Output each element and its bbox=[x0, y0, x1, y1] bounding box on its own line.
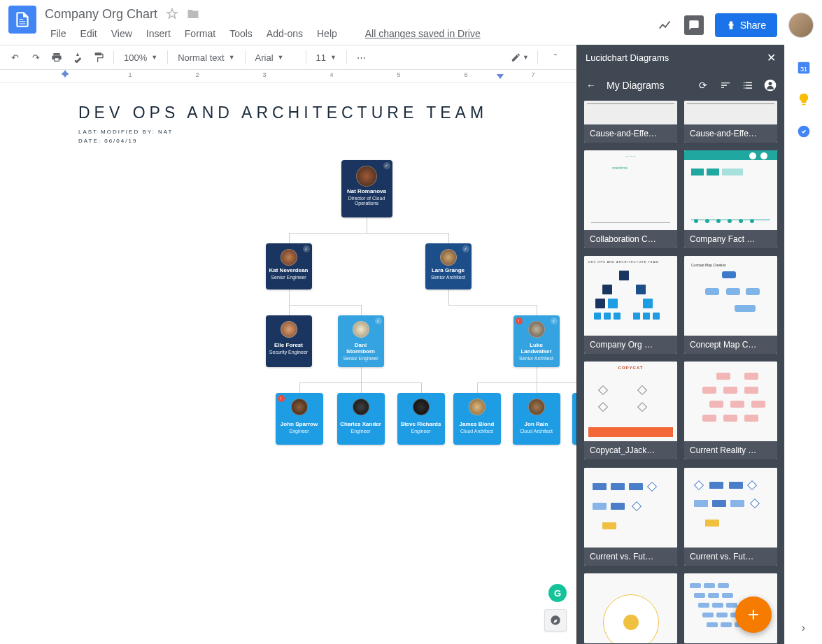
grammarly-icon[interactable]: G bbox=[548, 584, 567, 602]
edit-mode-icon[interactable]: ▼ bbox=[511, 48, 529, 66]
chevron-right-icon[interactable]: › bbox=[802, 622, 805, 634]
diagram-thumb bbox=[684, 468, 777, 548]
calendar-icon[interactable]: 31 bbox=[795, 59, 812, 76]
keep-icon[interactable] bbox=[795, 91, 812, 108]
diagram-tile[interactable]: Cause-and-Effe… bbox=[584, 101, 677, 143]
org-node: James Blond Cloud Architect bbox=[453, 393, 501, 445]
menu-file[interactable]: File bbox=[45, 25, 72, 42]
org-node: Charles Xander Engineer bbox=[337, 393, 385, 445]
docs-app-icon[interactable] bbox=[8, 6, 36, 34]
save-status[interactable]: All changes saved in Drive bbox=[360, 25, 486, 42]
zoom-dropdown[interactable]: 100%▼ bbox=[120, 50, 162, 66]
org-node: Steve Richards Engineer bbox=[397, 393, 445, 445]
share-button[interactable]: Share bbox=[715, 13, 777, 37]
refresh-icon[interactable]: ⟳ bbox=[696, 78, 710, 92]
activity-icon[interactable] bbox=[658, 17, 673, 33]
org-node: ! John Sparrow Engineer bbox=[276, 393, 323, 445]
lucid-section: My Diagrams bbox=[607, 80, 664, 91]
diagram-thumb bbox=[684, 150, 777, 230]
lucidchart-panel: Lucidchart Diagrams ✕ ← My Diagrams ⟳ Ca… bbox=[576, 45, 784, 644]
close-icon[interactable]: ✕ bbox=[767, 51, 776, 64]
diagram-thumb bbox=[684, 101, 777, 124]
diagram-thumb: Concept Map Creation bbox=[684, 256, 777, 336]
style-dropdown[interactable]: Normal text▼ bbox=[173, 50, 239, 66]
diagram-tile[interactable]: Company Fact … bbox=[684, 150, 777, 248]
spellcheck-icon[interactable] bbox=[69, 48, 87, 66]
menu-addons[interactable]: Add-ons bbox=[261, 25, 309, 42]
paint-format-icon[interactable] bbox=[90, 48, 108, 66]
diagram-tile[interactable]: Current vs. Fut… bbox=[684, 468, 777, 566]
diagram-thumb bbox=[584, 573, 677, 643]
org-chart: ✓ Nat Romanova Director of Cloud Operati… bbox=[201, 160, 621, 461]
diagram-tile[interactable]: Cause-and-Effe… bbox=[684, 101, 777, 143]
menu-format[interactable]: Format bbox=[179, 25, 221, 42]
org-node: ✓ Kat Neverdean Senior Engineer bbox=[266, 243, 312, 289]
folder-icon[interactable] bbox=[187, 8, 199, 20]
tasks-icon[interactable] bbox=[795, 123, 812, 140]
org-node: Elle Forest Security Engineer bbox=[266, 315, 312, 367]
diagram-thumb: DEV OPS AND ARCHITECTURE TEAM bbox=[584, 256, 677, 336]
list-icon[interactable] bbox=[741, 78, 755, 92]
diagram-thumb bbox=[684, 362, 777, 441]
user-avatar[interactable] bbox=[788, 13, 814, 38]
diagram-tile[interactable]: • • • • • • cramfirms Collaboration C… bbox=[584, 150, 677, 248]
back-icon[interactable]: ← bbox=[584, 78, 598, 92]
org-node: Jon Rain Cloud Architect bbox=[513, 393, 560, 445]
menu-bar: File Edit View Insert Format Tools Add-o… bbox=[45, 25, 658, 42]
svg-point-1 bbox=[769, 82, 772, 85]
diagram-thumb: • • • • • • cramfirms bbox=[584, 150, 677, 230]
star-icon[interactable] bbox=[166, 8, 178, 20]
diagram-tile[interactable]: Concept Map Creation Concept Map C… bbox=[684, 256, 777, 354]
fontsize-dropdown[interactable]: 11▼ bbox=[312, 50, 341, 66]
menu-tools[interactable]: Tools bbox=[224, 25, 258, 42]
diagram-tile[interactable]: Current vs. Fut… bbox=[584, 468, 677, 566]
right-rail: 31 › bbox=[784, 45, 822, 644]
menu-insert[interactable]: Insert bbox=[141, 25, 176, 42]
diagram-thumb bbox=[584, 101, 677, 124]
diagram-tile[interactable]: Current Reality … bbox=[684, 362, 777, 459]
diagram-tile[interactable]: COPYCAT Copycat_JJack… bbox=[584, 362, 677, 459]
diagram-tile[interactable] bbox=[584, 573, 677, 643]
more-icon[interactable]: ⋯ bbox=[353, 48, 371, 66]
font-dropdown[interactable]: Arial▼ bbox=[251, 50, 300, 66]
org-node: ✓ Lara Grange Senior Architect bbox=[425, 243, 472, 289]
diagram-thumb bbox=[584, 468, 677, 548]
diagram-thumb: COPYCAT bbox=[584, 362, 677, 441]
document-title[interactable]: Company Org Chart bbox=[45, 7, 157, 22]
org-node: ✓ Dani Stormborn Senior Engineer bbox=[338, 315, 384, 367]
menu-edit[interactable]: Edit bbox=[75, 25, 103, 42]
menu-help[interactable]: Help bbox=[311, 25, 343, 42]
org-node-root: ✓ Nat Romanova Director of Cloud Operati… bbox=[341, 160, 392, 217]
sort-icon[interactable] bbox=[718, 78, 732, 92]
explore-button[interactable] bbox=[544, 609, 567, 631]
diagram-tile[interactable]: DEV OPS AND ARCHITECTURE TEAM bbox=[584, 256, 677, 354]
org-node: ✓ ! Luke Landwalker Senior Architect bbox=[513, 315, 560, 367]
chevron-up-icon[interactable]: ˆ bbox=[546, 48, 565, 66]
redo-icon[interactable]: ↷ bbox=[27, 48, 45, 66]
undo-icon[interactable]: ↶ bbox=[6, 48, 24, 66]
svg-text:31: 31 bbox=[800, 66, 807, 73]
comments-icon[interactable] bbox=[684, 15, 704, 35]
profile-icon[interactable] bbox=[763, 78, 777, 92]
share-label: Share bbox=[740, 20, 766, 31]
add-fab[interactable]: + bbox=[735, 596, 772, 633]
menu-view[interactable]: View bbox=[106, 25, 138, 42]
print-icon[interactable] bbox=[48, 48, 66, 66]
lucid-title: Lucidchart Diagrams bbox=[586, 52, 669, 63]
